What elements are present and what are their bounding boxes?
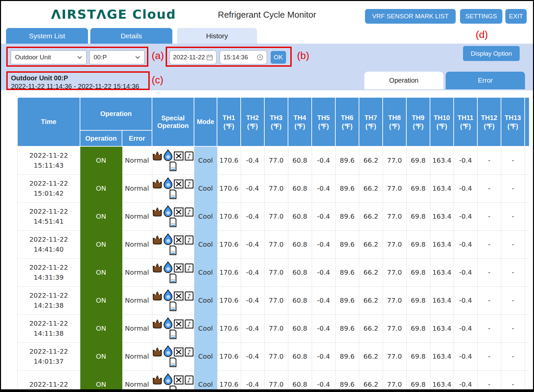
selected-time-range: 2022-11-22 11:14:36 - 2022-11-22 15:14:3… <box>11 82 145 91</box>
cell-th6: 89.6 <box>335 258 359 286</box>
subtab-error[interactable]: Error <box>446 72 525 89</box>
cell-th8: 77.0 <box>383 258 406 286</box>
quiet-mode-icon: ♪ <box>183 346 194 357</box>
cell-th3: 77.0 <box>264 146 288 174</box>
cell-th1: 170.6 <box>217 370 241 392</box>
subtab-operation[interactable]: Operation <box>364 72 443 89</box>
tab-details[interactable]: Details <box>90 28 172 44</box>
svg-text:♪: ♪ <box>187 377 191 384</box>
chevron-down-icon <box>77 56 82 59</box>
cell-th13: - <box>501 314 525 342</box>
annotation-box-c: Outdoor Unit 00:P 2022-11-22 11:14:36 - … <box>6 71 150 90</box>
tab-system-list[interactable]: System List <box>6 28 88 44</box>
freeze-protection-icon: ❄ <box>162 317 174 330</box>
display-option-button[interactable]: Display Option <box>463 46 520 61</box>
unit-type-select[interactable]: Outdoor Unit <box>11 50 87 64</box>
cell-th4: 60.8 <box>288 174 312 202</box>
capacity-icon <box>168 217 178 228</box>
cell-th3: 77.0 <box>264 258 288 286</box>
cell-th7: 66.2 <box>359 342 383 370</box>
col-header-th1: TH1(℉) <box>217 97 241 146</box>
cell-th11: -0.4 <box>454 286 477 314</box>
freeze-protection-icon: ❄ <box>162 289 174 302</box>
cell-mode: Cool <box>194 342 217 370</box>
svg-text:❄: ❄ <box>166 266 170 272</box>
svg-text:❄: ❄ <box>166 238 170 244</box>
table-row: 2022-11-2215:11:43 ON Normal ❄ <box>17 146 529 174</box>
cell-th1: 170.6 <box>217 230 241 258</box>
capacity-icon <box>168 301 178 312</box>
cell-th11: -0.4 <box>454 258 477 286</box>
cell-th13: - <box>501 202 525 230</box>
cell-error-status: Normal <box>122 258 152 286</box>
cell-time: 2022-11-2214:31:39 <box>17 258 80 286</box>
svg-text:♪: ♪ <box>187 153 191 160</box>
cell-th5: -0.4 <box>312 314 335 342</box>
cell-clipped <box>525 370 529 392</box>
cell-th1: 170.6 <box>217 286 241 314</box>
cell-th2: -0.4 <box>241 314 264 342</box>
col-header-operation: Operation <box>80 130 122 146</box>
oil-recovery-icon <box>152 262 163 273</box>
col-header-th7: TH7(℉) <box>359 97 383 146</box>
svg-text:❄: ❄ <box>166 182 170 188</box>
tab-history[interactable]: History <box>177 28 257 44</box>
cancel-icon <box>173 150 184 161</box>
cancel-icon <box>173 290 184 301</box>
cell-th6: 89.6 <box>335 286 359 314</box>
cell-th7: 66.2 <box>359 258 383 286</box>
chevron-down-icon <box>135 56 140 59</box>
cell-clipped <box>525 258 529 286</box>
svg-text:♪: ♪ <box>187 181 191 188</box>
oil-recovery-icon <box>152 374 163 385</box>
quiet-mode-icon: ♪ <box>183 290 194 301</box>
table-row: 2022-11-2215:01:42 ON Normal ❄ <box>17 174 529 202</box>
cell-mode: Cool <box>194 286 217 314</box>
capacity-icon <box>168 329 178 340</box>
cell-th5: -0.4 <box>312 174 335 202</box>
cell-th9: 69.8 <box>406 258 430 286</box>
col-header-th4: TH4(℉) <box>288 97 312 146</box>
unit-select[interactable]: 00:P <box>89 50 145 64</box>
cell-operation-status: ON <box>80 286 122 314</box>
capacity-icon <box>168 161 178 172</box>
svg-text:♪: ♪ <box>187 349 191 356</box>
cell-th8: 77.0 <box>383 146 406 174</box>
vrf-sensor-mark-list-button[interactable]: VRF SENSOR MARK LIST <box>365 9 456 24</box>
col-header-error: Error <box>122 130 152 146</box>
cell-operation-status: ON <box>80 258 122 286</box>
col-header-mode: Mode <box>194 97 217 146</box>
cell-th8: 77.0 <box>383 174 406 202</box>
cell-th11: -0.4 <box>454 174 477 202</box>
cell-th13: - <box>501 174 525 202</box>
quiet-mode-icon: ♪ <box>183 318 194 329</box>
cell-error-status: Normal <box>122 146 152 174</box>
date-input[interactable] <box>173 54 206 61</box>
table-row: 2022-11-2214:11:38 ON Normal ❄ <box>17 314 529 342</box>
exit-button[interactable]: EXIT <box>505 9 527 24</box>
cell-special-operation: ❄ ♪ <box>152 342 194 370</box>
calendar-icon[interactable] <box>206 54 213 61</box>
table-row: 2022-11-2214:51:41 ON Normal ❄ <box>17 202 529 230</box>
ok-button[interactable]: OK <box>271 51 286 64</box>
cell-th11: -0.4 <box>454 370 477 392</box>
cell-th5: -0.4 <box>312 286 335 314</box>
oil-recovery-icon <box>152 234 163 245</box>
cell-th13: - <box>501 230 525 258</box>
cell-th9: 69.8 <box>406 174 430 202</box>
cell-time: 2022-11-2214:11:38 <box>17 314 80 342</box>
history-table-body: 2022-11-2215:11:43 ON Normal ❄ <box>17 146 529 392</box>
cell-th12: - <box>477 258 501 286</box>
settings-button[interactable]: SETTINGS <box>460 9 502 24</box>
time-input[interactable] <box>223 54 257 61</box>
cell-th4: 60.8 <box>288 314 312 342</box>
cancel-icon <box>173 206 184 217</box>
cell-th4: 60.8 <box>288 258 312 286</box>
clock-icon[interactable] <box>257 54 263 61</box>
cell-time: 2022-11-2214:41:40 <box>17 230 80 258</box>
cell-th11: -0.4 <box>454 342 477 370</box>
capacity-icon <box>168 245 178 256</box>
quiet-mode-icon: ♪ <box>183 374 194 385</box>
cell-th8: 77.0 <box>383 370 406 392</box>
col-header-th5: TH5(℉) <box>312 97 335 146</box>
